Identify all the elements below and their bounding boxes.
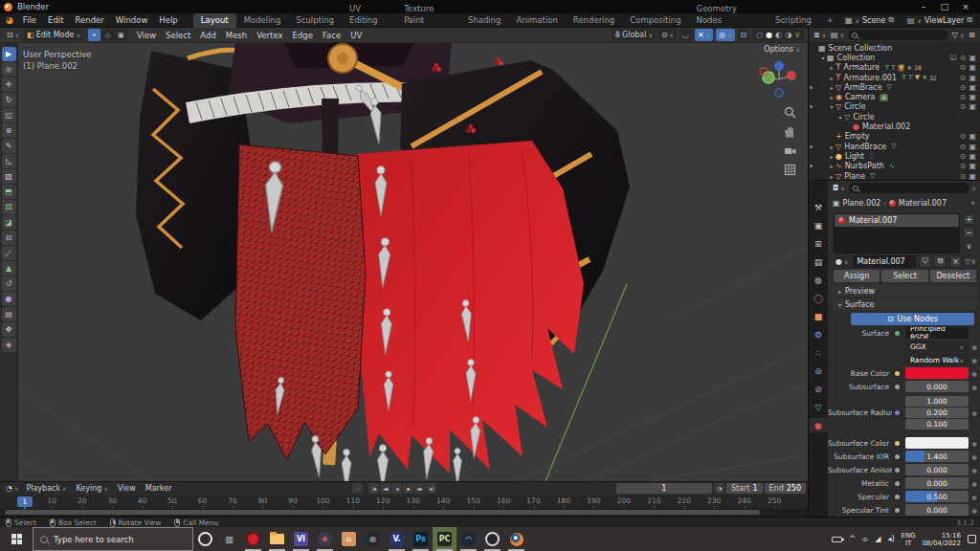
auto-keyframe-button[interactable]: ◦ xyxy=(352,483,363,494)
socket-icon[interactable] xyxy=(892,452,902,462)
hide-viewport-icon[interactable]: ⊙ xyxy=(960,162,967,170)
properties-tab-physics[interactable]: ⊚ xyxy=(809,364,828,378)
taskbar-icon-game-circle[interactable] xyxy=(480,527,504,551)
properties-tab-output[interactable]: ⊞ xyxy=(809,236,828,251)
jump-to-end-button[interactable]: ▸| xyxy=(426,483,436,494)
outliner-row-armature-001[interactable]: ▸ϒArmature.001ϒϒ▼∗32⊙▣ xyxy=(809,73,980,82)
disable-render-icon[interactable]: ▣ xyxy=(969,143,976,151)
viewport-menu-uv[interactable]: UV xyxy=(345,31,367,40)
hide-viewport-icon[interactable]: ⊙ xyxy=(960,132,967,141)
hide-viewport-icon[interactable]: ⊙ xyxy=(960,172,967,181)
language-indicator[interactable]: ENGIT xyxy=(902,532,916,547)
slot-specials-button[interactable]: ∨ xyxy=(963,240,975,252)
workspace-tab-compositing[interactable]: Compositing xyxy=(622,13,688,28)
surface-panel-header[interactable]: ▾Surface xyxy=(833,298,977,310)
editor-type-button[interactable]: ⊡∨ xyxy=(4,29,22,41)
workspace-tab-layout[interactable]: Layout xyxy=(193,13,236,28)
tool-scale[interactable]: ◱ xyxy=(2,108,16,122)
tool-spin[interactable]: ↺ xyxy=(2,276,16,291)
outliner-row-circle[interactable]: ▾▽Circle xyxy=(809,112,980,121)
disable-render-icon[interactable]: ▣ xyxy=(969,152,976,161)
tool-poly-build[interactable]: ▲ xyxy=(2,261,16,276)
expander-icon[interactable]: ▸ xyxy=(828,163,835,169)
disable-render-icon[interactable]: ▣ xyxy=(969,132,976,141)
disable-render-icon[interactable]: ▣ xyxy=(969,54,976,62)
workspace-tab-sculpting[interactable]: Sculpting xyxy=(288,13,342,28)
taskbar-icon-ms-store[interactable]: ⌂ xyxy=(337,527,361,551)
frame-end-field[interactable]: End250 xyxy=(765,483,806,494)
start-button[interactable] xyxy=(0,527,33,551)
jump-to-start-button[interactable]: |◂ xyxy=(368,483,379,494)
properties-tab-object-data[interactable]: ▽ xyxy=(809,400,828,414)
outliner-row-nurbspath[interactable]: ▸∿NurbsPath∿⊙▣ xyxy=(809,162,980,171)
tool-annotate[interactable]: ✎ xyxy=(2,139,16,153)
tool-move[interactable]: ✛ xyxy=(2,77,16,92)
socket-icon[interactable] xyxy=(892,408,902,418)
taskbar-icon-clip-app[interactable] xyxy=(313,527,337,551)
disable-render-icon[interactable]: ▣ xyxy=(969,162,976,170)
proportional-editing-toggle[interactable]: ◎∨ xyxy=(716,29,734,41)
navigation-gizmo[interactable] xyxy=(758,58,800,100)
disable-render-icon[interactable]: ▣ xyxy=(969,172,976,181)
expander-icon[interactable]: ▸ xyxy=(828,153,835,160)
orientation-dropdown[interactable]: ⛢Global∨ xyxy=(612,29,656,41)
value-slider[interactable]: 0.000 xyxy=(905,504,969,516)
expander-icon[interactable]: ▸ xyxy=(828,173,835,180)
decorator-icon[interactable]: ● xyxy=(971,507,977,514)
menu-help[interactable]: Help xyxy=(153,13,183,28)
select-button[interactable]: Select xyxy=(881,270,927,282)
outliner-row-scene-collection[interactable]: ▦Scene Collection xyxy=(809,43,980,53)
distribution-dropdown[interactable]: GGX∨ xyxy=(905,341,969,352)
properties-tab-scene[interactable]: ◍ xyxy=(809,273,828,287)
taskbar-search-input[interactable]: Type here to search xyxy=(33,527,193,551)
mode-dropdown[interactable]: ◧ Edit Mode ∨ xyxy=(24,29,83,41)
breadcrumb-object[interactable]: Plane.002 xyxy=(843,199,881,208)
tool-rotate[interactable]: ↻ xyxy=(2,93,16,107)
disable-render-icon[interactable]: ▣ xyxy=(969,93,976,101)
outliner-row-armbrace[interactable]: ▸▽ArmBrace▽⊙▣ xyxy=(809,82,980,92)
properties-tab-modifiers[interactable]: ⚙ xyxy=(809,327,828,342)
xray-toggle[interactable]: ⊡ xyxy=(738,29,750,41)
properties-tab-world[interactable]: ◯ xyxy=(809,291,828,305)
socket-icon[interactable] xyxy=(892,438,902,449)
wireframe-shading-icon[interactable]: ○ xyxy=(756,31,763,39)
outliner-search-input[interactable] xyxy=(848,30,948,40)
outliner-row-collection[interactable]: ▾▦Collection☑⊙▣ xyxy=(809,53,980,62)
menu-edit[interactable]: Edit xyxy=(42,13,69,28)
action-center-icon[interactable] xyxy=(968,535,976,543)
snap-target-dropdown[interactable]: ✕∨ xyxy=(695,29,713,41)
expander-icon[interactable]: ▾ xyxy=(828,103,835,110)
taskbar-icon-visual-studio[interactable]: VI xyxy=(289,527,313,551)
workspace-tab-modeling[interactable]: Modeling xyxy=(236,13,289,28)
viewport-menu-select[interactable]: Select xyxy=(161,31,195,40)
fake-user-button[interactable]: ⛉ xyxy=(919,255,931,268)
properties-tab-view-layer[interactable]: ▤ xyxy=(809,254,828,269)
hide-viewport-icon[interactable]: ⊙ xyxy=(960,152,967,161)
timeline-menu-keying[interactable]: Keying∨ xyxy=(72,484,113,493)
expander-icon[interactable]: ▸ xyxy=(828,75,835,81)
workspace-tab-animation[interactable]: Animation xyxy=(509,13,566,28)
volume-icon[interactable]: ◂) xyxy=(887,535,894,543)
disable-render-icon[interactable]: ▣ xyxy=(969,63,976,72)
outliner-row-camera[interactable]: ▸◉Camera▣⊙▣ xyxy=(809,92,980,101)
hide-viewport-icon[interactable]: ⊙ xyxy=(960,63,967,72)
timeline-ruler[interactable]: 1020304050607080901001101201301401501601… xyxy=(0,496,808,510)
viewlayer-selector[interactable]: ▤∨ ViewLayer ⧉ xyxy=(903,14,976,26)
new-viewlayer-icon[interactable]: ⧉ xyxy=(967,15,972,25)
expander-icon[interactable]: ▸ xyxy=(828,64,835,71)
menu-render[interactable]: Render xyxy=(70,13,110,28)
properties-tab-tool[interactable]: ⚒ xyxy=(809,200,828,214)
frame-start-field[interactable]: Start1 xyxy=(726,483,763,494)
current-frame-field[interactable]: 1 xyxy=(616,483,712,494)
decorator-icon[interactable]: ● xyxy=(971,440,977,447)
solid-shading-icon[interactable]: ● xyxy=(766,31,772,39)
breadcrumb-material[interactable]: Material.007 xyxy=(899,199,947,208)
taskbar-icon-lpc-app[interactable]: PC xyxy=(433,527,457,551)
microphone-icon[interactable]: ⌯ xyxy=(862,535,868,544)
material-slot-list[interactable]: Material.007 xyxy=(834,213,960,253)
properties-tab-object[interactable]: ■ xyxy=(809,309,828,323)
workspace-tab-uv-editing[interactable]: UV Editing xyxy=(342,2,396,28)
battery-icon[interactable] xyxy=(832,537,842,542)
menu-file[interactable]: File xyxy=(17,13,42,28)
decorator-icon[interactable]: ● xyxy=(971,494,977,500)
